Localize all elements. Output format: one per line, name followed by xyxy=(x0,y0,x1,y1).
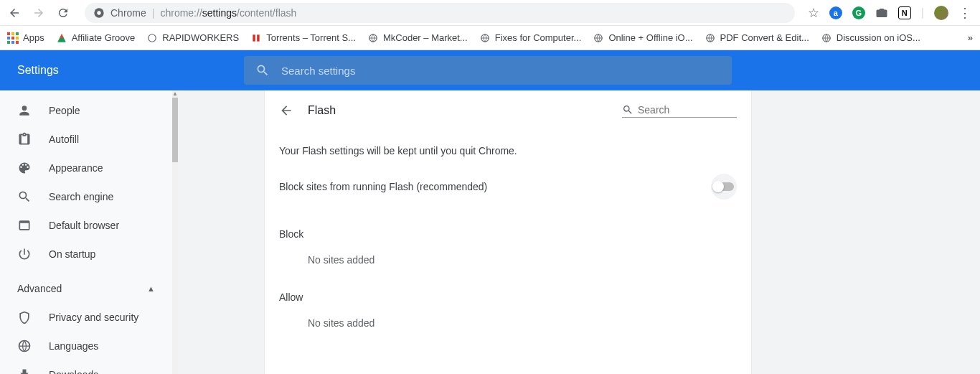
page-title: Flash xyxy=(308,104,336,117)
extension-icon-camera[interactable] xyxy=(875,6,888,19)
nav-on-startup[interactable]: On startup xyxy=(0,240,172,268)
url-text: chrome://settings/content/flash xyxy=(160,7,296,19)
extension-icon-g[interactable]: G xyxy=(852,6,865,19)
bookmark-item[interactable]: Discussion on iOS... xyxy=(821,32,920,44)
main-area: People Autofill Appearance Search engine… xyxy=(0,90,980,374)
extension-icon-a[interactable]: a xyxy=(829,6,842,19)
toolbar-divider: | xyxy=(921,6,924,19)
omnibox-separator: | xyxy=(152,7,155,19)
bookmarks-overflow-icon[interactable]: » xyxy=(968,32,973,43)
bookmark-label: PDF Convert & Edit... xyxy=(720,32,809,43)
person-icon xyxy=(17,103,32,118)
content-back-button[interactable] xyxy=(279,103,293,118)
chevron-up-icon: ▲ xyxy=(147,284,155,293)
nav-privacy[interactable]: Privacy and security xyxy=(0,303,172,332)
nav-default-browser[interactable]: Default browser xyxy=(0,211,172,240)
bookmark-item[interactable]: Torrents – Torrent S... xyxy=(250,32,356,44)
nav-appearance[interactable]: Appearance xyxy=(0,154,172,182)
clipboard-icon xyxy=(17,132,32,146)
nav-label: People xyxy=(49,105,80,116)
bookmark-item[interactable]: Online + Offline iO... xyxy=(593,32,692,44)
allow-section-label: Allow xyxy=(265,283,751,309)
globe-icon xyxy=(367,32,379,44)
chrome-icon xyxy=(93,7,105,19)
bookmark-item[interactable]: RAPIDWORKERS xyxy=(146,32,239,44)
sidebar-wrap: People Autofill Appearance Search engine… xyxy=(0,90,178,374)
globe-icon xyxy=(17,339,32,353)
search-icon xyxy=(17,190,32,204)
search-settings-box[interactable] xyxy=(244,56,732,85)
bookmark-star-icon[interactable]: ☆ xyxy=(808,5,819,21)
address-bar[interactable]: Chrome | chrome://settings/content/flash xyxy=(85,3,795,23)
forward-button[interactable] xyxy=(30,4,47,22)
svg-rect-3 xyxy=(253,34,256,41)
bookmarks-bar: Apps Affiliate Groove RAPIDWORKERS Torre… xyxy=(0,26,980,50)
settings-title: Settings xyxy=(0,64,244,77)
window-icon xyxy=(17,218,32,233)
bookmark-favicon xyxy=(250,32,262,44)
profile-avatar[interactable] xyxy=(934,6,948,20)
nav-label: Downloads xyxy=(49,369,98,374)
download-icon xyxy=(17,368,32,374)
nav-label: Default browser xyxy=(49,220,119,231)
nav-advanced-toggle[interactable]: Advanced ▲ xyxy=(0,274,172,303)
nav-label: Autofill xyxy=(49,134,79,145)
bookmark-label: Discussion on iOS... xyxy=(837,32,920,43)
content-header: Flash xyxy=(265,90,751,131)
nav-label: Advanced xyxy=(17,283,62,294)
reload-button[interactable] xyxy=(55,4,72,22)
bookmark-favicon xyxy=(146,32,158,44)
power-icon xyxy=(17,247,32,261)
extension-icon-n[interactable]: N xyxy=(898,6,911,19)
block-empty-text: No sites added xyxy=(265,246,751,283)
globe-icon xyxy=(705,32,716,44)
search-icon xyxy=(622,104,633,116)
browser-toolbar: Chrome | chrome://settings/content/flash… xyxy=(0,0,980,26)
bookmark-item[interactable]: Affiliate Groove xyxy=(56,32,136,44)
scroll-thumb[interactable] xyxy=(172,98,178,162)
back-button[interactable] xyxy=(6,4,23,22)
nav-people[interactable]: People xyxy=(0,96,172,125)
toolbar-right: ☆ a G N | ⋮ xyxy=(808,5,974,21)
settings-sidebar: People Autofill Appearance Search engine… xyxy=(0,90,172,374)
bookmark-label: Affiliate Groove xyxy=(72,32,136,43)
content-search-input[interactable] xyxy=(638,104,737,116)
nav-downloads[interactable]: Downloads xyxy=(0,360,172,374)
bookmark-item[interactable]: MkCoder – Market... xyxy=(367,32,468,44)
svg-point-1 xyxy=(97,11,100,14)
svg-point-2 xyxy=(149,34,156,42)
nav-search-engine[interactable]: Search engine xyxy=(0,182,172,211)
shield-icon xyxy=(17,310,32,324)
bookmark-item[interactable]: PDF Convert & Edit... xyxy=(705,32,809,44)
scroll-up-arrow[interactable]: ▲ xyxy=(172,90,178,98)
nav-label: Appearance xyxy=(49,162,103,174)
bookmark-label: RAPIDWORKERS xyxy=(162,32,239,43)
flash-info-text: Your Flash settings will be kept until y… xyxy=(265,131,751,162)
apps-icon xyxy=(7,32,19,44)
bookmark-label: Online + Offline iO... xyxy=(608,32,692,43)
nav-label: On startup xyxy=(49,248,95,260)
nav-label: Languages xyxy=(49,340,98,352)
globe-icon xyxy=(479,32,491,44)
nav-languages[interactable]: Languages xyxy=(0,332,172,360)
bookmark-favicon xyxy=(56,32,67,44)
sidebar-scrollbar[interactable]: ▲ xyxy=(172,90,178,374)
allow-empty-text: No sites added xyxy=(265,309,751,346)
nav-autofill[interactable]: Autofill xyxy=(0,125,172,154)
apps-shortcut[interactable]: Apps xyxy=(7,32,44,44)
search-icon xyxy=(255,63,270,78)
block-section-label: Block xyxy=(265,220,751,246)
content-column: Flash Your Flash settings will be kept u… xyxy=(178,90,980,374)
block-flash-toggle[interactable] xyxy=(711,174,737,200)
nav-label: Search engine xyxy=(49,191,113,202)
svg-rect-4 xyxy=(257,34,260,41)
browser-menu-icon[interactable]: ⋮ xyxy=(958,5,971,21)
content-card: Flash Your Flash settings will be kept u… xyxy=(264,90,752,374)
nav-label: Privacy and security xyxy=(49,312,138,323)
search-settings-input[interactable] xyxy=(281,65,720,77)
block-flash-row: Block sites from running Flash (recommen… xyxy=(265,162,751,220)
bookmark-item[interactable]: Fixes for Computer... xyxy=(479,32,582,44)
toggle-label: Block sites from running Flash (recommen… xyxy=(279,181,487,192)
settings-header: Settings xyxy=(0,50,980,90)
content-search-box[interactable] xyxy=(622,104,737,118)
